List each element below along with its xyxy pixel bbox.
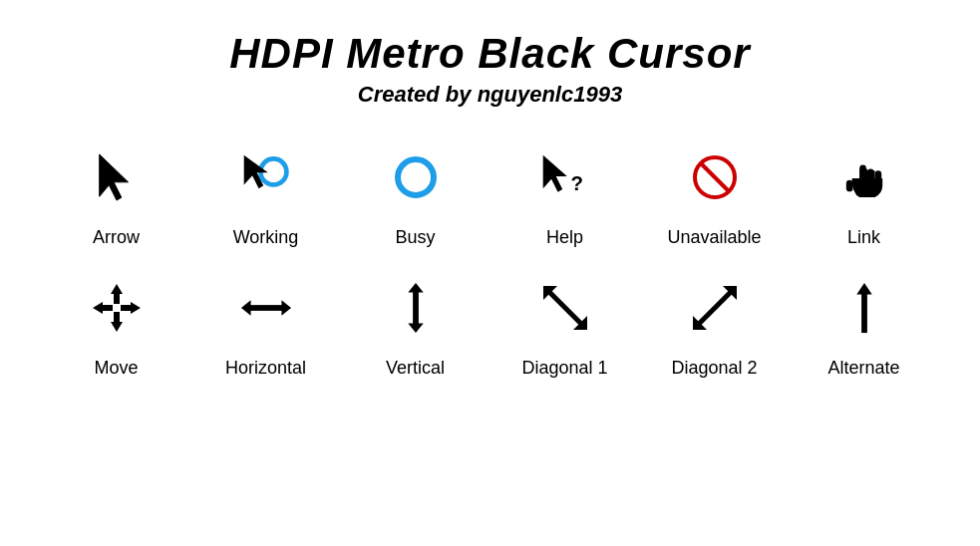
svg-rect-19 bbox=[121, 305, 133, 311]
page-title: HDPI Metro Black Cursor bbox=[229, 30, 750, 78]
cursor-item-unavailable: Unavailable bbox=[645, 137, 785, 248]
vertical-label: Vertical bbox=[386, 358, 445, 379]
svg-rect-15 bbox=[114, 312, 120, 324]
move-icon bbox=[77, 268, 157, 348]
cursor-item-move: Move bbox=[47, 268, 186, 379]
alternate-label: Alternate bbox=[827, 358, 899, 379]
cursor-item-arrow: Arrow bbox=[47, 137, 186, 248]
svg-marker-22 bbox=[281, 300, 291, 315]
arrow-icon bbox=[77, 137, 157, 217]
svg-rect-33 bbox=[861, 293, 867, 334]
svg-line-31 bbox=[697, 290, 733, 326]
cursor-item-alternate: Alternate bbox=[795, 268, 934, 379]
svg-marker-4 bbox=[542, 155, 566, 192]
vertical-icon bbox=[376, 268, 456, 348]
svg-point-3 bbox=[398, 159, 434, 195]
svg-rect-17 bbox=[101, 305, 113, 311]
busy-label: Busy bbox=[395, 227, 435, 248]
cursor-item-link: Link bbox=[795, 137, 934, 248]
move-label: Move bbox=[94, 358, 138, 379]
diagonal1-label: Diagonal 1 bbox=[521, 358, 607, 379]
svg-rect-13 bbox=[114, 292, 120, 304]
help-icon: ? bbox=[525, 137, 605, 217]
cursor-grid: Arrow Working Busy ? Hel bbox=[47, 137, 934, 379]
page-subtitle: Created by nguyenlc1993 bbox=[358, 82, 622, 108]
cursor-item-vertical: Vertical bbox=[346, 268, 486, 379]
unavailable-label: Unavailable bbox=[667, 227, 761, 248]
horizontal-label: Horizontal bbox=[225, 358, 306, 379]
alternate-icon bbox=[824, 268, 904, 348]
diagonal2-label: Diagonal 2 bbox=[671, 358, 757, 379]
cursor-item-help: ? Help bbox=[495, 137, 635, 248]
cursor-item-working: Working bbox=[196, 137, 336, 248]
horizontal-icon bbox=[226, 268, 306, 348]
diagonal1-icon bbox=[525, 268, 605, 348]
svg-marker-0 bbox=[99, 154, 128, 200]
svg-line-28 bbox=[547, 290, 583, 326]
working-icon bbox=[226, 137, 306, 217]
link-label: Link bbox=[847, 227, 880, 248]
cursor-item-horizontal: Horizontal bbox=[196, 268, 336, 379]
busy-icon bbox=[376, 137, 456, 217]
svg-rect-21 bbox=[248, 305, 283, 311]
svg-text:?: ? bbox=[570, 172, 582, 194]
cursor-item-diagonal2: Diagonal 2 bbox=[645, 268, 785, 379]
diagonal2-icon bbox=[675, 268, 755, 348]
svg-marker-25 bbox=[408, 323, 423, 333]
cursor-item-diagonal1: Diagonal 1 bbox=[495, 268, 635, 379]
cursor-item-busy: Busy bbox=[346, 137, 486, 248]
svg-rect-11 bbox=[845, 180, 852, 191]
working-label: Working bbox=[233, 227, 299, 248]
help-label: Help bbox=[546, 227, 583, 248]
arrow-label: Arrow bbox=[93, 227, 140, 248]
unavailable-icon bbox=[675, 137, 755, 217]
link-icon bbox=[824, 137, 904, 217]
svg-rect-24 bbox=[413, 291, 419, 326]
